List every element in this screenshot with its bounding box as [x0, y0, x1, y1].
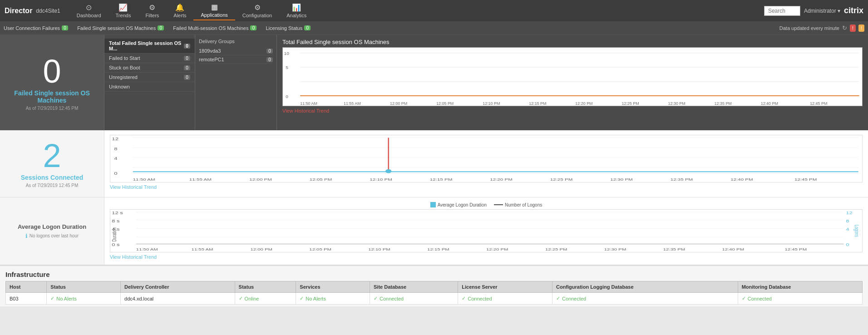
cell-services: ✓ No Alerts	[296, 293, 370, 305]
nav-dashboard[interactable]: ⊙ Dashboard	[69, 1, 108, 20]
top-panel: 0 Failed Single session OS Machines As o…	[0, 35, 868, 130]
svg-text:12:45 PM: 12:45 PM	[810, 101, 827, 106]
delivery-row-1809vda3[interactable]: 1809vda3 0	[199, 47, 273, 55]
monitoring-db-ok: ✓ Connected	[742, 296, 858, 301]
delivery-row-remotepc1[interactable]: remotePC1 0	[199, 55, 273, 64]
nav-alerts[interactable]: 🔔 Alerts	[166, 1, 193, 20]
dropdown-unregistered-count: 0	[184, 75, 190, 80]
col-status: Status	[47, 281, 121, 293]
svg-text:12:15 PM: 12:15 PM	[529, 101, 546, 106]
nav-alerts-label: Alerts	[173, 13, 186, 18]
svg-text:4: 4	[846, 227, 849, 232]
sessions-time: As of 7/29/2019 12:45 PM	[26, 183, 79, 188]
dropdown-unknown-label: Unknown	[109, 84, 130, 89]
svg-text:11:55 AM: 11:55 AM	[344, 101, 361, 106]
svg-text:12:30 PM: 12:30 PM	[668, 101, 686, 106]
failed-machines-time: As of 7/29/2019 12:45 PM	[26, 106, 79, 111]
svg-text:12:40 PM: 12:40 PM	[761, 101, 778, 106]
checkmark-icon: ✓	[50, 296, 54, 301]
sessions-panel: 2 Sessions Connected As of 7/29/2019 12:…	[0, 130, 868, 197]
svg-text:11:50 AM: 11:50 AM	[133, 177, 155, 182]
svg-text:12:45 PM: 12:45 PM	[785, 247, 807, 251]
svg-text:12:45 PM: 12:45 PM	[794, 177, 817, 182]
col-delivery-controller: Delivery Controller	[121, 281, 235, 293]
svg-text:0: 0	[286, 94, 288, 99]
nav-dashboard-label: Dashboard	[77, 13, 101, 18]
cell-site-db: ✓ Connected	[370, 293, 458, 305]
nav-filters[interactable]: ⚙ Filters	[138, 1, 166, 20]
svg-text:8: 8	[114, 147, 117, 151]
dropdown-unregistered[interactable]: Unregistered 0	[104, 73, 195, 82]
alert-user-connection-label: User Connection Failures	[4, 25, 60, 31]
nav-trends[interactable]: 📈 Trends	[108, 1, 138, 20]
dropdown-stuck-on-boot-count: 0	[184, 65, 190, 70]
alert-user-connection-badge: 0	[62, 25, 68, 30]
trends-icon: 📈	[118, 3, 128, 12]
svg-text:12:35 PM: 12:35 PM	[671, 177, 693, 182]
cell-config-logging: ✓ Connected	[552, 293, 738, 305]
dashboard-icon: ⊙	[86, 3, 92, 12]
alert-licensing[interactable]: Licensing Status 0	[266, 25, 311, 31]
logon-stat: Average Logon Duration ℹ No logons over …	[0, 197, 104, 265]
config-logging-label: Connected	[562, 296, 586, 301]
delivery-1809vda3-count: 0	[266, 49, 273, 54]
services-label: No Alerts	[306, 296, 326, 301]
svg-text:11:55 AM: 11:55 AM	[189, 177, 212, 182]
alerts-icon: 🔔	[175, 3, 184, 12]
alert-failed-multi[interactable]: Failed Multi-session OS Machines 0	[173, 25, 256, 31]
legend-avg-logon: Average Logon Duration	[430, 202, 487, 207]
svg-text:12:10 PM: 12:10 PM	[483, 101, 500, 106]
dropdown-unknown[interactable]: Unknown	[104, 82, 195, 92]
alert-user-connection[interactable]: User Connection Failures 0	[4, 25, 68, 31]
services-status-ok: ✓ No Alerts	[300, 296, 366, 301]
sessions-chart-area: 12 8 4 0 11:50 AM 11:55 AM 12:00 PM 12:0…	[104, 130, 868, 197]
cell-controller: ddc4.xd.local	[121, 293, 235, 305]
admin-label[interactable]: Administrator ▾	[804, 8, 840, 14]
refresh-icon[interactable]: ↻	[842, 25, 847, 31]
config-logging-ok: ✓ Connected	[556, 296, 734, 301]
failed-machines-stat: 0 Failed Single session OS Machines As o…	[0, 35, 104, 130]
view-historical-trend-link[interactable]: View Historical Trend	[282, 108, 329, 113]
config-logging-checkmark-icon: ✓	[556, 296, 560, 301]
svg-text:12:05 PM: 12:05 PM	[436, 101, 454, 106]
col-license-server: License Server	[458, 281, 552, 293]
svg-text:11:50 AM: 11:50 AM	[136, 247, 158, 251]
host-status-label: No Alerts	[56, 296, 77, 301]
site-db-checkmark-icon: ✓	[374, 296, 378, 301]
dropdown-stuck-on-boot[interactable]: Stuck on Boot 0	[104, 63, 195, 73]
site-db-label: Connected	[380, 296, 404, 301]
infrastructure-title: Infrastructure	[5, 271, 863, 278]
legend-avg-logon-label: Average Logon Duration	[438, 202, 487, 207]
nav-applications[interactable]: ▦ Applications	[193, 1, 235, 20]
site-db-ok: ✓ Connected	[374, 296, 454, 301]
license-server-ok: ✓ Connected	[462, 296, 548, 301]
services-checkmark-icon: ✓	[300, 296, 304, 301]
nav-right: Administrator ▾ citrix	[764, 6, 863, 16]
alert-failed-single[interactable]: Failed Single session OS Machines 0	[77, 25, 164, 31]
sessions-view-trend-link[interactable]: View Historical Trend	[110, 184, 157, 190]
delivery-1809vda3-label: 1809vda3	[199, 48, 221, 54]
svg-text:12 s: 12 s	[112, 211, 123, 215]
failed-machines-chart-panel: Total Failed Single session OS Machines …	[277, 35, 868, 130]
logon-view-trend-link[interactable]: View Historical Trend	[110, 254, 157, 260]
alert-failed-single-badge: 0	[158, 25, 164, 30]
svg-text:4: 4	[114, 156, 117, 160]
dropdown-header-count: 0	[184, 44, 190, 49]
svg-text:12:25 PM: 12:25 PM	[545, 247, 567, 251]
dropdown-failed-to-start-count: 0	[184, 56, 190, 61]
nav-analytics[interactable]: 📊 Analytics	[279, 1, 314, 20]
sessions-label: Sessions Connected	[21, 174, 84, 181]
dropdown-header[interactable]: Total Failed Single session OS M... 0	[104, 39, 195, 54]
warning-badge[interactable]: !	[850, 25, 856, 32]
search-input[interactable]	[764, 6, 800, 16]
filters-icon: ⚙	[149, 3, 155, 12]
dropdown-failed-to-start[interactable]: Failed to Start 0	[104, 54, 195, 63]
analytics-icon: 📊	[292, 3, 301, 12]
svg-text:Logons: Logons	[853, 225, 860, 237]
legend-num-logons-label: Number of Logons	[505, 202, 542, 207]
caution-badge[interactable]: !	[858, 25, 864, 32]
nav-configuration[interactable]: ⚙ Configuration	[235, 1, 279, 20]
col-ctrl-status: Status	[235, 281, 296, 293]
cell-monitoring-db: ✓ Connected	[738, 293, 862, 305]
delivery-remotepc1-label: remotePC1	[199, 57, 224, 62]
